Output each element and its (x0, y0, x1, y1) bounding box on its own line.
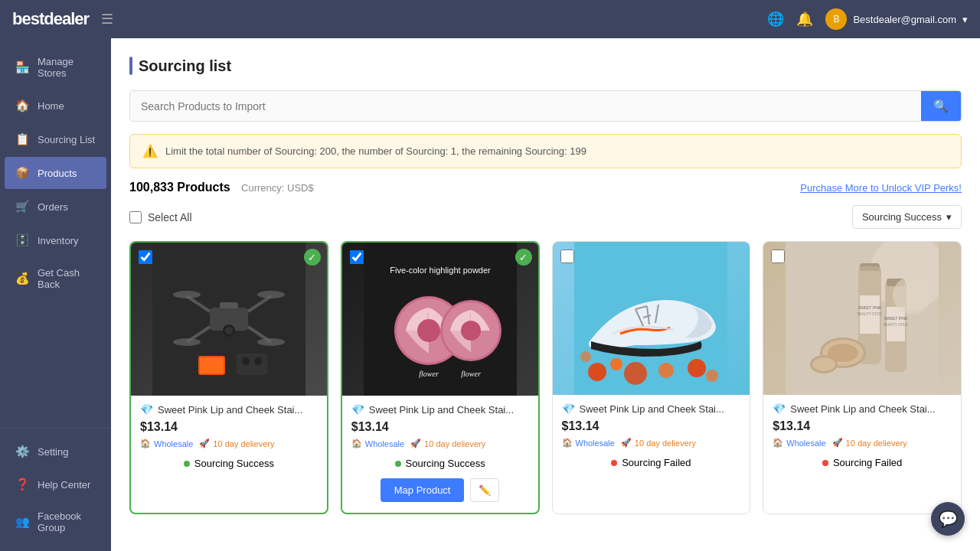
brand-icon: 💎 (140, 403, 153, 416)
product-grid: ✓ (129, 241, 962, 514)
sidebar-item-sourcing-list[interactable]: 📋 Sourcing List (5, 123, 106, 155)
wholesale-tag: 🏠 Wholesale (562, 438, 615, 448)
sidebar-item-inventory[interactable]: 🗄️ Inventory (5, 224, 106, 256)
sidebar-item-products[interactable]: 📦 Products (5, 157, 106, 189)
search-button[interactable]: 🔍 (921, 91, 961, 121)
card-body: 💎 Sweet Pink Lip and Cheek Stai... $13.1… (131, 396, 327, 480)
svg-point-30 (610, 358, 622, 370)
wholesale-tag: 🏠 Wholesale (773, 438, 825, 448)
chevron-down-icon: ▾ (962, 14, 968, 25)
delivery-tag: 🚀 10 day delievery (832, 438, 907, 448)
card-title: Sweet Pink Lip and Cheek Stai... (790, 403, 935, 415)
hamburger-menu[interactable]: ☰ (101, 11, 113, 28)
svg-point-16 (242, 357, 250, 365)
sidebar-item-setting[interactable]: ⚙️ Setting (5, 435, 106, 468)
card-actions: Map Product ✏️ (351, 472, 529, 505)
svg-point-7 (173, 291, 201, 298)
card-status: Sourcing Success (140, 455, 318, 472)
select-all-checkbox[interactable] (129, 211, 142, 223)
delivery-tag: 🚀 10 day delievery (621, 438, 696, 448)
warning-icon: ⚠️ (142, 144, 158, 158)
search-icon: 🔍 (933, 99, 949, 113)
card-status: Sourcing Failed (773, 454, 952, 471)
sidebar-item-get-cash-back[interactable]: 💰 Get Cash Back (5, 258, 106, 299)
product-card[interactable]: 💎 Sweet Pink Lip and Cheek Stai... $13.1… (552, 241, 751, 514)
delivery-tag: 🚀 10 day delievery (410, 439, 485, 448)
filter-dropdown[interactable]: Sourcing Success ▾ (852, 205, 962, 229)
svg-point-22 (417, 319, 440, 342)
svg-text:BEAUTY STICK: BEAUTY STICK (884, 323, 908, 327)
svg-text:SWEET PINK: SWEET PINK (858, 305, 882, 310)
card-icon-row: 💎 Sweet Pink Lip and Cheek Stai... (140, 403, 318, 416)
map-product-button[interactable]: Map Product (381, 478, 465, 502)
status-text: Sourcing Failed (833, 457, 902, 468)
card-tags: 🏠 Wholesale 🚀 10 day delievery (140, 439, 318, 448)
sourcing-list-icon: 📋 (15, 132, 30, 146)
products-count-area: 100,833 Products Currency: USD$ (129, 181, 314, 194)
product-image-drone (131, 243, 327, 396)
layout: 🏪 Manage Stores 🏠 Home 📋 Sourcing List 📦… (0, 38, 980, 551)
vip-link[interactable]: Purchase More to Unlock VIP Perks! (800, 182, 962, 194)
cash-back-icon: 💰 (15, 272, 30, 285)
card-tags: 🏠 Wholesale 🚀 10 day delievery (351, 439, 529, 448)
sidebar-label-home: Home (38, 100, 64, 112)
manage-stores-icon: 🏪 (15, 60, 30, 74)
house-icon: 🏠 (351, 439, 362, 448)
svg-text:BEAUTY STICK: BEAUTY STICK (858, 312, 882, 316)
help-icon: ❓ (15, 478, 30, 491)
facebook-icon: 👥 (15, 515, 30, 529)
sidebar-label-orders: Orders (38, 201, 68, 213)
nav-right: 🌐 🔔 B Bestdealer@gmail.com ▾ (767, 8, 968, 30)
svg-rect-15 (237, 354, 267, 375)
sidebar-label-help: Help Center (38, 479, 90, 491)
sidebar-item-facebook-group[interactable]: 👥 Facebook Group (5, 501, 106, 543)
user-email: Bestdealer@gmail.com (853, 14, 956, 25)
card-tags: 🏠 Wholesale 🚀 10 day delievery (562, 438, 741, 448)
select-all-label[interactable]: Select All (129, 211, 192, 223)
card-icon-row: 💎 Sweet Pink Lip and Cheek Stai... (773, 403, 952, 415)
status-dot (611, 460, 617, 466)
status-text: Sourcing Failed (622, 457, 691, 468)
delivery-tag: 🚀 10 day delievery (199, 439, 274, 448)
brand-icon: 💎 (351, 403, 364, 416)
svg-point-35 (580, 351, 591, 362)
svg-point-32 (658, 363, 674, 378)
logo[interactable]: bestdealer (12, 9, 89, 29)
sidebar-label-setting: Setting (38, 446, 68, 458)
product-card[interactable]: ✓ Five-color highlight powder (341, 241, 540, 514)
svg-text:flower: flower (461, 370, 481, 378)
card-checkbox-4[interactable] (771, 249, 785, 263)
card-status: Sourcing Failed (562, 454, 741, 471)
product-card[interactable]: SWEET PINK BEAUTY STICK SWEET PINK BEAUT… (763, 241, 962, 514)
rocket-icon: 🚀 (410, 439, 421, 448)
sidebar-item-home[interactable]: 🏠 Home (5, 90, 106, 122)
wholesale-tag: 🏠 Wholesale (140, 439, 193, 448)
card-checkbox-1[interactable] (139, 250, 152, 264)
svg-point-58 (812, 357, 835, 371)
user-menu[interactable]: B Bestdealer@gmail.com ▾ (825, 8, 968, 30)
sidebar-label-get-cash-back: Get Cash Back (38, 267, 96, 290)
chat-bubble[interactable]: 💬 (931, 502, 965, 536)
card-checkbox-3[interactable] (560, 249, 574, 263)
chat-icon: 💬 (939, 510, 958, 528)
search-input[interactable] (130, 91, 921, 121)
svg-text:Five-color highlight powder: Five-color highlight powder (390, 266, 491, 275)
sidebar-label-facebook: Facebook Group (38, 510, 96, 533)
sidebar-item-manage-stores[interactable]: 🏪 Manage Stores (5, 47, 106, 88)
sidebar-label-manage-stores: Manage Stores (38, 56, 96, 79)
card-body: 💎 Sweet Pink Lip and Cheek Stai... $13.1… (763, 395, 961, 479)
svg-point-10 (257, 338, 285, 346)
svg-text:SWEET PINK: SWEET PINK (884, 316, 908, 321)
warning-banner: ⚠️ Limit the total number of Sourcing: 2… (129, 134, 962, 168)
sidebar-item-help-center[interactable]: ❓ Help Center (5, 468, 106, 500)
product-card[interactable]: ✓ (129, 241, 328, 514)
svg-rect-45 (860, 266, 880, 271)
edit-icon: ✏️ (479, 484, 491, 496)
notification-icon[interactable]: 🔔 (796, 11, 813, 28)
edit-button[interactable]: ✏️ (470, 478, 499, 502)
card-price: $13.14 (562, 419, 741, 433)
card-checkbox-2[interactable] (350, 250, 364, 264)
globe-icon[interactable]: 🌐 (767, 11, 784, 28)
svg-point-59 (893, 276, 931, 315)
sidebar-item-orders[interactable]: 🛒 Orders (5, 191, 106, 223)
